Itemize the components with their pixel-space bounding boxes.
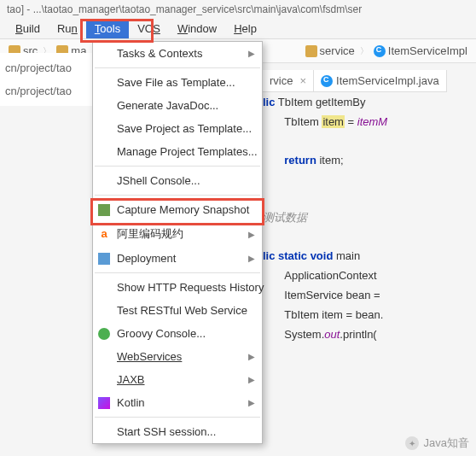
groovy-icon [98, 328, 110, 340]
menu-kotlin[interactable]: Kotlin▶ [93, 391, 262, 414]
alibaba-icon: a [98, 228, 110, 240]
chevron-right-icon: ▶ [248, 398, 255, 407]
watermark: ✦ Java知音 [405, 436, 469, 451]
wechat-icon: ✦ [405, 436, 419, 450]
menu-deployment[interactable]: Deployment▶ [93, 247, 262, 270]
tree-item[interactable]: cn/project/tao [3, 79, 90, 102]
close-icon[interactable]: × [299, 74, 306, 87]
project-tree: cn/project/tao cn/project/tao [0, 53, 94, 106]
tab-rvice[interactable]: rvice× [263, 70, 314, 91]
chevron-right-icon: ▶ [248, 230, 255, 239]
menu-webservices[interactable]: WebServices▶ [93, 345, 262, 368]
folder-icon [305, 45, 317, 57]
menu-vcs[interactable]: VCS [129, 19, 169, 38]
menu-capture[interactable]: Capture Memory Snapshot [93, 198, 262, 221]
window-title: tao] - ...\taotao_manager\taotao_manager… [0, 0, 476, 19]
menu-help[interactable]: Help [225, 19, 265, 38]
chevron-icon: 〉 [360, 45, 369, 57]
menu-restful[interactable]: Test RESTful Web Service [93, 299, 262, 322]
menu-jshell[interactable]: JShell Console... [93, 169, 262, 192]
menu-save-template[interactable]: Save File as Template... [93, 71, 262, 94]
menu-jaxb[interactable]: JAXB▶ [93, 368, 262, 391]
chevron-right-icon: ▶ [248, 375, 255, 384]
menu-tools[interactable]: Tools [86, 19, 129, 38]
menu-javadoc[interactable]: Generate JavaDoc... [93, 94, 262, 117]
tree-item[interactable]: cn/project/tao [3, 56, 90, 79]
crumb-service[interactable]: service [302, 43, 358, 59]
deploy-icon [98, 253, 110, 265]
menu-manage-templates[interactable]: Manage Project Templates... [93, 140, 262, 163]
capture-icon [98, 204, 110, 216]
menu-save-project[interactable]: Save Project as Template... [93, 117, 262, 140]
chevron-right-icon: ▶ [248, 352, 255, 361]
menu-ssh[interactable]: Start SSH session... [93, 420, 262, 443]
menu-build[interactable]: BBuilduild [7, 19, 49, 38]
class-icon [321, 75, 333, 87]
editor-tabs: rvice× ItemServiceImpl.java [263, 70, 447, 92]
menu-groovy[interactable]: Groovy Console... [93, 322, 262, 345]
tools-dropdown: Tasks & Contexts▶ Save File as Template.… [92, 41, 263, 444]
menu-http[interactable]: Show HTTP Requests History [93, 276, 262, 299]
chevron-right-icon: ▶ [248, 254, 255, 263]
kotlin-icon [98, 397, 110, 409]
menu-alibaba[interactable]: a阿里编码规约▶ [93, 221, 262, 247]
class-icon [374, 45, 386, 57]
menu-tasks[interactable]: Tasks & Contexts▶ [93, 42, 262, 65]
chevron-right-icon: ▶ [248, 49, 255, 58]
menu-run[interactable]: Run [49, 19, 86, 38]
code-editor[interactable]: lic TbItem getItemBy TbItem item = itemM… [263, 92, 387, 344]
menu-bar: BBuilduild Run Tools VCS Window Help [0, 19, 476, 39]
crumb-class[interactable]: ItemServiceImpl [370, 43, 471, 59]
tab-itemserviceimpl[interactable]: ItemServiceImpl.java [314, 70, 447, 91]
menu-window[interactable]: Window [169, 19, 225, 38]
